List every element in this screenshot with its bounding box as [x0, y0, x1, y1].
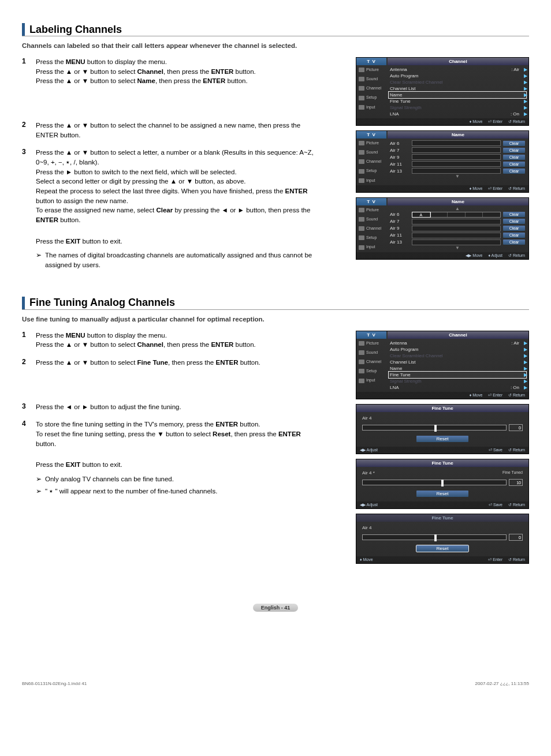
osd-tv-label: T V: [356, 131, 386, 139]
step-number: 2: [22, 121, 36, 140]
menu-signal-strength: Signal Strength▶: [389, 104, 526, 111]
menu-antenna: Antenna: Air▶: [389, 66, 526, 73]
reset-button: Reset: [416, 545, 468, 552]
osd-tab: Name: [388, 131, 528, 139]
ft-channel: Air 4: [362, 416, 523, 421]
chevron-right-icon: ▶: [524, 80, 527, 85]
osd-footer: ♦ Move ⏎ Enter ↺ Return: [356, 118, 528, 125]
step-number: 4: [22, 420, 36, 448]
menu-fine-tune: Fine Tune▶: [389, 372, 526, 378]
osd-fine-tune-reset: Fine Tune Air 4 0 Reset ♦ Move ⏎ Enter ↺…: [356, 514, 529, 564]
note: ➢ Only analog TV channels can be fine tu…: [36, 474, 322, 484]
note: ➢ The names of digital broadcasting chan…: [36, 250, 322, 270]
name-row: Air 9Clear: [389, 225, 526, 232]
exit-line: Press the EXIT button to exit.: [36, 460, 322, 470]
name-row: Air 9Clear: [389, 154, 526, 160]
hint-return: ↺ Return: [508, 119, 525, 124]
name-row: Air 13Clear: [389, 239, 526, 246]
title-marker-icon: [22, 297, 25, 309]
osd-tab: Name: [388, 198, 528, 205]
sidebar-picture: Picture: [356, 65, 386, 74]
menu-name: Name▶: [389, 92, 526, 98]
section-intro: Channels can labeled so that their call …: [22, 42, 529, 49]
chevron-right-icon: ▶: [524, 105, 527, 110]
osd-column: T V Channel Picture Sound Channel Setup …: [356, 331, 529, 568]
osd-tab: Channel: [388, 58, 528, 65]
section-labeling: Labeling Channels Channels can labeled s…: [22, 23, 529, 280]
section-intro: Use fine tuning to manually adjust a par…: [22, 316, 529, 323]
step-number: 1: [22, 331, 36, 350]
menu-csc: Clear Scrambled Channel▶: [389, 79, 526, 85]
osd-footer: ◀▶ Move ♦ Adjust ↺ Return: [356, 252, 528, 259]
menu-lna: LNA: On▶: [389, 111, 526, 117]
osd-channel-menu-ft: T V Channel Picture Sound Channel Setup …: [356, 331, 529, 399]
osd-sidebar: Picture Sound Channel Setup Input: [356, 139, 386, 185]
scroll-down-icon: ▼: [389, 246, 526, 250]
sidebar-sound: Sound: [356, 74, 386, 84]
ft-slider: 0: [362, 534, 523, 541]
osd-sidebar: Picture Sound Channel Setup Input: [356, 205, 386, 252]
note-arrow-icon: ➢: [36, 486, 42, 496]
menu-channel-list: Channel List▶: [389, 85, 526, 92]
ft-slider: 0: [362, 424, 523, 431]
osd-tv-label: T V: [356, 58, 386, 65]
reset-button: Reset: [416, 436, 468, 442]
osd-footer: ♦ Move ⏎ Enter ↺ Return: [356, 185, 528, 192]
step-text: Press the ◄ or ► button to adjust the fi…: [36, 402, 322, 412]
step-text: To store the fine tuning setting in the …: [36, 420, 322, 448]
chevron-right-icon: ▶: [524, 99, 527, 104]
step-text: Press the ▲ or ▼ button to select a lett…: [36, 148, 322, 224]
print-file: BN68-01131N-02Eng-1.indd 41: [22, 681, 87, 686]
step-number: 3: [22, 402, 36, 412]
section-title: Labeling Channels: [29, 24, 122, 36]
scroll-up-icon: ▲: [389, 207, 526, 211]
step-number: 1: [22, 57, 36, 86]
page-footer: English - 41: [22, 603, 529, 612]
exit-line: Press the EXIT button to exit.: [36, 237, 322, 246]
chevron-right-icon: ▶: [524, 111, 527, 117]
hint-move: ♦ Move: [470, 119, 483, 124]
title-marker-icon: [22, 23, 25, 36]
scroll-down-icon: ▼: [389, 174, 526, 179]
section-finetune: Fine Tuning Analog Channels Use fine tun…: [22, 297, 529, 568]
step-text: Press the MENU button to display the men…: [36, 57, 322, 86]
step-text: Press the ▲ or ▼ button to select the ch…: [36, 121, 322, 140]
osd-tv-label: T V: [356, 198, 386, 205]
chevron-right-icon: ▶: [524, 86, 527, 91]
instructions: 1 Press the MENU button to display the m…: [22, 331, 322, 507]
print-marks: BN68-01131N-02Eng-1.indd 41 2007-02-27 ¿…: [22, 681, 529, 686]
note: ➢ " ٭ " will appear next to the number o…: [36, 486, 322, 496]
step-text: Press the MENU button to display the men…: [36, 331, 322, 350]
osd-fine-tune-0: Fine Tune Air 4 0 Reset ◀▶ Adjust ⏎ Save…: [356, 404, 529, 454]
note-arrow-icon: ➢: [36, 474, 42, 484]
name-row: Air 6Clear: [389, 140, 526, 147]
ft-channel: Air 4: [362, 525, 523, 530]
name-row: Air 11Clear: [389, 232, 526, 239]
name-row: Air 7Clear: [389, 147, 526, 154]
chevron-right-icon: ▶: [524, 92, 527, 98]
ft-status: Fine Tuned: [502, 470, 523, 477]
osd-name-list: T V Name Picture Sound Channel Setup Inp…: [356, 130, 529, 193]
clear-button: Clear: [503, 141, 525, 146]
note-arrow-icon: ➢: [36, 250, 42, 270]
name-field: A: [412, 212, 501, 218]
chevron-right-icon: ▶: [524, 67, 527, 72]
menu-autoprogram: Auto Program▶: [389, 73, 526, 79]
sidebar-channel: Channel: [356, 84, 386, 93]
page-number: English - 41: [253, 604, 299, 612]
osd-fine-tune-10: Fine Tune Air 4 * Fine Tuned 10 Reset ◀▶…: [356, 459, 529, 509]
osd-name-edit: T V Name Picture Sound Channel Setup Inp…: [356, 197, 529, 260]
name-row: Air 7Clear: [389, 218, 526, 225]
osd-column: T V Channel Picture Sound Channel Setup …: [356, 57, 529, 264]
step-number: 2: [22, 358, 36, 368]
ft-channel: Air 4 *: [362, 470, 375, 476]
osd-sidebar: Picture Sound Channel Setup Input: [356, 65, 386, 118]
step-number: 3: [22, 148, 36, 224]
section-title: Fine Tuning Analog Channels: [29, 297, 175, 309]
sidebar-input: Input: [356, 103, 386, 112]
reset-button: Reset: [416, 491, 468, 497]
name-row: Air 6 A Clear: [389, 211, 526, 218]
step-text: Press the ▲ or ▼ button to select Fine T…: [36, 358, 322, 368]
instructions: 1 Press the MENU button to display the m…: [22, 57, 322, 280]
menu-fine-tune: Fine Tune▶: [389, 98, 526, 104]
